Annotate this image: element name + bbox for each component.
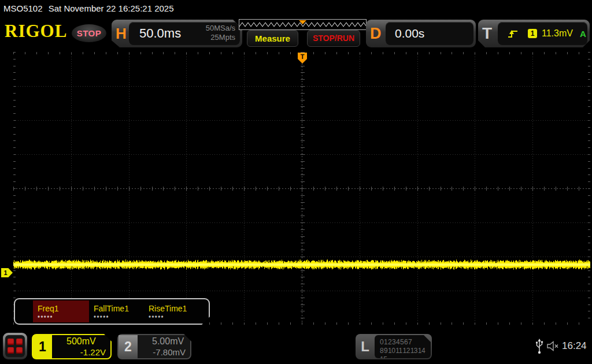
logic-channels-row1: 0 1 2 3 4 5 6 7	[380, 338, 431, 347]
sample-rate: 50MSa/s	[206, 24, 235, 33]
measurement-panel[interactable]: Freq1 ***** FallTime1 ***** RiseTime1 **…	[14, 298, 210, 325]
channel-1-scale: 500mV	[66, 336, 96, 347]
delay-label: D	[370, 25, 382, 43]
grid-menu-icon	[5, 335, 25, 357]
top-status-bar: MSO5102 Sat November 22 16:25:21 2025	[0, 0, 592, 17]
channel-1-offset: -1.22V	[56, 347, 106, 357]
waveform-preview-strip[interactable]	[239, 19, 367, 30]
logic-channels-row2: 8 9 10 11 12 13 14 15	[380, 347, 431, 364]
center-horizontal-ticks	[13, 187, 590, 191]
oscilloscope-screen: MSO5102 Sat November 22 16:25:21 2025 RI…	[0, 0, 592, 364]
logic-channels-block[interactable]: L 0 1 2 3 4 5 6 7 8 9 10 11 12 13 14 15	[356, 334, 432, 359]
run-state-indicator[interactable]: STOP	[72, 24, 106, 42]
horizontal-delay[interactable]: D 0.00s	[366, 20, 476, 47]
datetime: Sat November 22 16:25:21 2025	[49, 3, 174, 13]
ch1-level-marker[interactable]: 1	[1, 268, 13, 277]
timebase-value: 50.0ms	[139, 26, 181, 41]
measurement-falltime1[interactable]: FallTime1 *****	[89, 300, 144, 322]
memory-depth: 25Mpts	[206, 33, 235, 42]
model-name: MSO5102	[3, 3, 43, 13]
graticule: T	[13, 52, 590, 325]
channel-1-number: 1	[33, 335, 52, 358]
stop-run-button[interactable]: STOP/RUN	[307, 30, 360, 47]
rising-edge-icon	[507, 29, 519, 39]
channel-2-scale: 5.00mV	[152, 336, 184, 347]
channel-1-block[interactable]: 1 500mV -1.22V	[32, 334, 112, 359]
trigger-settings[interactable]: T 1 11.3mV A	[478, 20, 590, 47]
channel-2-offset: -7.80mV	[142, 347, 186, 357]
ch1-trace	[13, 259, 590, 270]
measure-button[interactable]: Measure	[247, 30, 298, 47]
preview-zigzag-icon	[239, 20, 366, 29]
usb-icon	[535, 339, 543, 355]
horizontal-settings[interactable]: H 50.0ms 50MSa/s 25Mpts	[112, 20, 242, 47]
channel-2-number: 2	[119, 335, 138, 358]
function-menu-button[interactable]	[3, 333, 27, 359]
trigger-level-value: 11.3mV	[542, 28, 573, 39]
trigger-source-badge: 1	[528, 29, 537, 38]
trigger-label: T	[482, 24, 492, 43]
channel-2-block[interactable]: 2 5.00mV -7.80mV	[117, 334, 191, 359]
measurement-risetime1[interactable]: RiseTime1 *****	[144, 300, 204, 322]
speaker-muted-icon[interactable]	[547, 341, 561, 351]
delay-value: 0.00s	[395, 27, 424, 40]
logic-label: L	[356, 334, 375, 359]
clock: 16:24	[562, 340, 587, 352]
measurement-freq1[interactable]: Freq1 *****	[33, 300, 89, 322]
trigger-sweep-mode: A	[580, 29, 586, 39]
trigger-position-marker[interactable]: T	[298, 53, 307, 64]
horizontal-label: H	[116, 25, 127, 43]
rigol-logo: RIGOL	[5, 21, 67, 42]
